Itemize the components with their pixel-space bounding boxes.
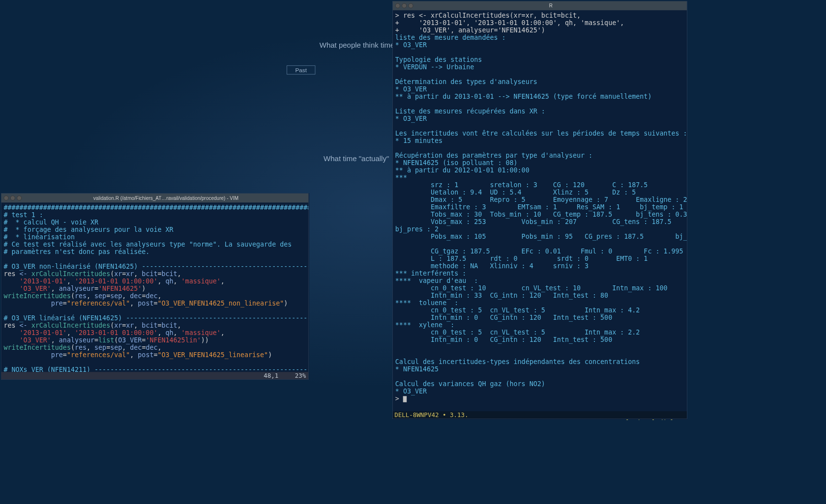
maximize-icon[interactable] (17, 196, 22, 200)
wallpaper-text-1: What people think time (320, 41, 395, 49)
vim-titlebar[interactable]: validation.R (/atmo/Fichiers_AT…ravail/v… (1, 194, 308, 202)
maximize-icon[interactable] (409, 3, 413, 8)
vim-cursor-pos: 48,1 (264, 372, 278, 379)
vim-statusbar: 48,1 23% (1, 372, 308, 379)
cursor (403, 396, 407, 402)
r-terminal-window: R > res <- xrCalculIncertitudes(xr=xr, b… (392, 1, 687, 419)
tmux-session: 1:VIMRPLUGIN_TMPDIR=/tmp/r-plugin-vladis… (523, 419, 685, 420)
wallpaper-past-label: Past (287, 65, 315, 74)
vim-buffer[interactable]: ########################################… (1, 202, 308, 372)
wallpaper-text-2: What time "actually" (324, 155, 389, 163)
tmux-statusbar: DELL-8WNPV42 • 3.13. 1:VIMRPLUGIN_TMPDIR… (393, 411, 687, 419)
minimize-icon[interactable] (402, 3, 407, 8)
r-titlebar[interactable]: R (393, 1, 687, 10)
vim-scroll-pct: 23% (295, 372, 306, 379)
vim-title: validation.R (/atmo/Fichiers_AT…ravail/v… (26, 195, 306, 201)
minimize-icon[interactable] (10, 196, 15, 200)
tmux-kernel: 3.13. (450, 411, 469, 419)
close-icon[interactable] (395, 3, 400, 8)
tmux-host: DELL-8WNPV42 (394, 411, 439, 419)
close-icon[interactable] (3, 196, 8, 200)
r-console[interactable]: > res <- xrCalculIncertitudes(xr=xr, bci… (393, 10, 687, 411)
vim-window: validation.R (/atmo/Fichiers_AT…ravail/v… (1, 193, 309, 380)
r-title: R (417, 3, 684, 9)
